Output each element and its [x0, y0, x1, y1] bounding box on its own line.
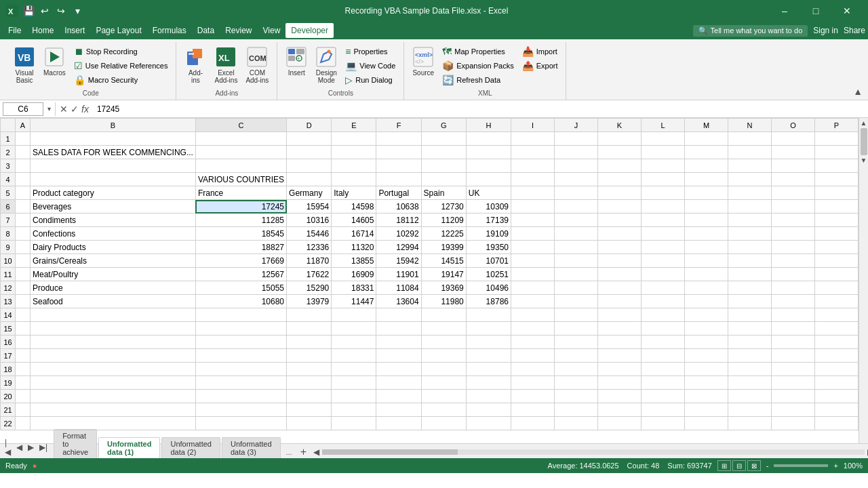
cell[interactable]: 15055 — [195, 281, 286, 295]
cell[interactable] — [641, 403, 684, 417]
cell[interactable]: Dairy Products — [31, 241, 196, 254]
cell[interactable] — [376, 403, 421, 417]
cell[interactable] — [641, 173, 684, 186]
cell[interactable] — [684, 186, 728, 200]
cell[interactable] — [332, 363, 376, 376]
cell[interactable]: 10251 — [466, 268, 511, 281]
formula-input[interactable] — [94, 102, 865, 117]
cell[interactable]: France — [195, 186, 286, 200]
cell[interactable] — [684, 254, 728, 268]
cell[interactable] — [511, 173, 554, 186]
cell[interactable] — [814, 349, 858, 363]
cell[interactable] — [16, 254, 31, 268]
cell[interactable] — [16, 363, 31, 376]
cell[interactable] — [376, 173, 421, 186]
cell[interactable] — [554, 376, 597, 390]
cell[interactable]: 10496 — [466, 281, 511, 295]
cell[interactable] — [771, 186, 814, 200]
vertical-scrollbar[interactable]: ▲ ▼ — [859, 118, 868, 443]
cell[interactable] — [684, 322, 728, 336]
cell[interactable] — [195, 390, 286, 403]
cell[interactable] — [511, 186, 554, 200]
cell[interactable] — [814, 268, 858, 281]
cell[interactable] — [554, 254, 597, 268]
cell[interactable]: 10680 — [195, 295, 286, 308]
cell[interactable] — [814, 308, 858, 322]
cell[interactable] — [287, 417, 332, 430]
tab-add-button[interactable]: + — [298, 446, 309, 458]
cell[interactable] — [728, 390, 771, 403]
cell[interactable] — [684, 417, 728, 430]
macros-button[interactable]: Macros — [41, 45, 68, 78]
cell[interactable] — [466, 173, 511, 186]
cell[interactable] — [332, 417, 376, 430]
cell[interactable] — [466, 308, 511, 322]
cell[interactable] — [421, 336, 466, 349]
cell[interactable] — [195, 349, 286, 363]
cell[interactable]: Produce — [31, 281, 196, 295]
cell[interactable] — [641, 308, 684, 322]
cell[interactable] — [376, 349, 421, 363]
cell[interactable] — [466, 390, 511, 403]
cell[interactable]: 18786 — [466, 295, 511, 308]
cell[interactable] — [814, 403, 858, 417]
col-header-c[interactable]: C — [195, 119, 286, 132]
cell[interactable] — [684, 295, 728, 308]
cell[interactable] — [511, 336, 554, 349]
col-header-j[interactable]: J — [554, 119, 597, 132]
cell[interactable] — [814, 173, 858, 186]
cell[interactable] — [16, 390, 31, 403]
cell[interactable] — [641, 186, 684, 200]
cell[interactable]: 11901 — [376, 268, 421, 281]
cell[interactable]: SALES DATA FOR WEEK COMMENCING... — [31, 146, 196, 159]
menu-insert[interactable]: Insert — [59, 23, 90, 38]
cell[interactable] — [771, 159, 814, 173]
cell[interactable] — [641, 322, 684, 336]
cell[interactable]: Grains/Cereals — [31, 254, 196, 268]
cell[interactable] — [814, 186, 858, 200]
cell[interactable] — [554, 132, 597, 146]
cell[interactable]: 10309 — [466, 200, 511, 214]
cell[interactable] — [511, 241, 554, 254]
cell[interactable] — [597, 376, 641, 390]
cell[interactable]: 11209 — [421, 214, 466, 227]
cell[interactable] — [16, 227, 31, 241]
cell[interactable]: Confections — [31, 227, 196, 241]
cell[interactable] — [684, 268, 728, 281]
cell[interactable] — [511, 349, 554, 363]
cell[interactable] — [554, 322, 597, 336]
cell[interactable] — [771, 363, 814, 376]
cell[interactable] — [728, 308, 771, 322]
cell[interactable]: 17622 — [287, 268, 332, 281]
cell[interactable] — [771, 132, 814, 146]
export-button[interactable]: 📤 Export — [519, 59, 561, 73]
cell[interactable] — [728, 322, 771, 336]
col-header-d[interactable]: D — [287, 119, 332, 132]
cell[interactable] — [287, 322, 332, 336]
cell[interactable] — [332, 390, 376, 403]
cell[interactable] — [641, 214, 684, 227]
cell[interactable] — [554, 159, 597, 173]
excel-addins-button[interactable]: XL ExcelAdd-ins — [212, 45, 240, 85]
cell[interactable] — [332, 403, 376, 417]
cell[interactable] — [16, 417, 31, 430]
page-layout-view-button[interactable]: ⊟ — [732, 460, 746, 471]
expansion-packs-button[interactable]: 📦 Expansion Packs — [439, 59, 516, 73]
view-code-button[interactable]: 💻 View Code — [342, 59, 398, 73]
menu-data[interactable]: Data — [192, 23, 220, 38]
cell[interactable] — [31, 308, 196, 322]
cell[interactable] — [16, 200, 31, 214]
cancel-formula-icon[interactable]: ✕ — [60, 104, 68, 115]
cell[interactable] — [287, 363, 332, 376]
cell[interactable]: 18112 — [376, 214, 421, 227]
cell[interactable] — [332, 349, 376, 363]
cell[interactable] — [597, 186, 641, 200]
addins-button[interactable]: Add-ins — [182, 45, 209, 85]
normal-view-button[interactable]: ⊞ — [717, 460, 731, 471]
cell[interactable] — [728, 281, 771, 295]
cell[interactable] — [728, 132, 771, 146]
cell[interactable] — [641, 159, 684, 173]
cell[interactable] — [554, 390, 597, 403]
cell[interactable]: Product category — [31, 186, 196, 200]
cell[interactable] — [728, 227, 771, 241]
